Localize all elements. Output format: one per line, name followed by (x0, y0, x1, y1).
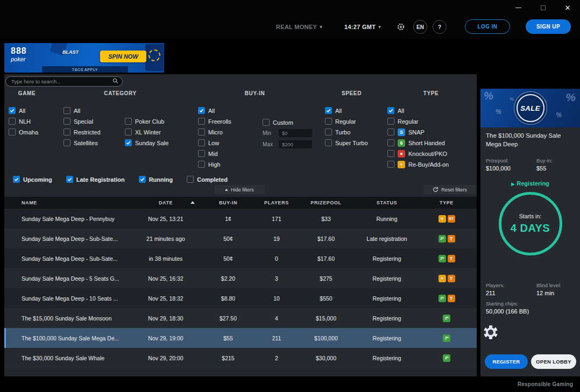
filter-option-omaha[interactable]: Omaha (9, 129, 38, 136)
checkbox[interactable] (263, 119, 270, 126)
filter-option-low[interactable]: Low (198, 139, 231, 146)
checkbox[interactable] (187, 176, 194, 183)
status-filter-upcoming[interactable]: Upcoming (13, 176, 52, 183)
filter-option-super-turbo[interactable]: Super Turbo (325, 139, 368, 146)
checkbox[interactable] (125, 129, 132, 136)
open-lobby-button[interactable]: OPEN LOBBY (531, 354, 576, 369)
tournament-row[interactable]: The $15,000 Sunday Sale MonsoonNov 29, 1… (4, 308, 477, 328)
help-button[interactable]: ? (433, 20, 447, 34)
column-header-type[interactable]: TYPE (416, 197, 477, 209)
filter-option-special[interactable]: Special (63, 118, 101, 125)
checkbox[interactable] (198, 118, 205, 125)
checkbox[interactable] (387, 107, 394, 114)
column-header-prizepool[interactable]: PRIZEPOOL (295, 197, 357, 209)
checkbox[interactable] (198, 161, 205, 168)
column-header-buy-in[interactable]: BUY-IN (198, 197, 258, 209)
column-header-date[interactable]: DATE (133, 197, 198, 209)
status-filter-late-registration[interactable]: Late Registration (66, 176, 125, 183)
checkbox[interactable] (13, 176, 20, 183)
filter-option-label: NLH (19, 118, 31, 125)
column-header-status[interactable]: STATUS (357, 197, 416, 209)
filter-option-regular[interactable]: Regular (325, 118, 368, 125)
real-money-dropdown[interactable]: REAL MONEY ▾ (276, 15, 322, 39)
filter-option-re-buy-add-on[interactable]: +Re-Buy/Add-on (387, 161, 449, 168)
tournament-row[interactable]: The $100,000 Sunday Sale Mega De...Nov 2… (4, 328, 477, 348)
checkbox[interactable] (325, 107, 332, 114)
status-filter-completed[interactable]: Completed (187, 176, 228, 183)
filter-option-all[interactable]: All (63, 107, 101, 114)
register-button[interactable]: REGISTER (485, 354, 528, 369)
filter-option-nlh[interactable]: NLH (9, 118, 38, 125)
checkbox[interactable] (9, 107, 16, 114)
spin-now-button[interactable]: SPIN NOW (100, 51, 146, 62)
filter-option-high[interactable]: High (198, 161, 231, 168)
tournament-row[interactable]: Sunday Sale Mega Deep - PennybuyNov 25, … (4, 209, 477, 229)
responsible-gaming-link[interactable]: Responsible Gaming (518, 381, 573, 387)
filter-option-sunday-sale[interactable]: Sunday Sale (125, 139, 168, 146)
filter-option-all[interactable]: All (9, 107, 38, 114)
checkbox[interactable] (125, 139, 132, 146)
search-input[interactable] (5, 76, 123, 87)
time-dropdown[interactable]: 14:27 GMT ▾ (344, 15, 381, 39)
minimize-button[interactable] (506, 0, 531, 15)
filter-option-all[interactable]: All (387, 107, 449, 114)
checkbox[interactable] (325, 139, 332, 146)
column-header-players[interactable]: PLAYERS (258, 197, 295, 209)
close-button[interactable]: ✕ (555, 0, 580, 15)
checkbox[interactable] (66, 176, 73, 183)
max-buyin-input[interactable] (279, 140, 312, 148)
checkbox[interactable] (387, 161, 394, 168)
checkbox[interactable] (198, 139, 205, 146)
maximize-button[interactable] (531, 0, 555, 15)
checkbox[interactable] (198, 107, 205, 114)
signup-button[interactable]: SIGN UP (526, 19, 571, 34)
hide-filters-button[interactable]: Hide filters (214, 185, 265, 194)
checkbox[interactable] (63, 129, 70, 136)
checkbox[interactable] (9, 129, 16, 136)
filter-option-regular[interactable]: Regular (387, 118, 449, 125)
filter-option-poker-club[interactable]: Poker Club (125, 118, 168, 125)
checkbox[interactable] (387, 150, 394, 157)
language-button[interactable]: EN (413, 20, 427, 34)
status-filter-running[interactable]: Running (139, 176, 173, 183)
filter-option-xl-winter[interactable]: XL Winter (125, 129, 168, 136)
filter-option-turbo[interactable]: Turbo (325, 129, 368, 136)
checkbox[interactable] (387, 129, 394, 136)
checkbox[interactable] (63, 139, 70, 146)
tournament-row[interactable]: Sunday Sale Mega Deep - 10 Seats ...Nov … (4, 288, 477, 308)
filter-option-mid[interactable]: Mid (198, 150, 231, 157)
checkbox[interactable] (325, 118, 332, 125)
filter-option-restricted[interactable]: Restricted (63, 129, 101, 136)
checkbox[interactable] (125, 118, 132, 125)
checkbox[interactable] (198, 150, 205, 157)
tournament-row[interactable]: Sunday Sale Mega Deep - Sub-Sate...21 mi… (4, 229, 477, 248)
checkbox[interactable] (63, 107, 70, 114)
min-buyin-input[interactable] (279, 129, 312, 137)
filter-option-micro[interactable]: Micro (198, 129, 231, 136)
reset-filters-button[interactable]: Reset filters (424, 185, 476, 194)
tournament-row[interactable]: Sunday Sale Mega Deep - Sub-Sate...in 38… (4, 248, 477, 268)
filter-option-all[interactable]: All (325, 107, 368, 114)
settings-gear-icon[interactable] (397, 15, 405, 39)
filter-option-custom[interactable]: Custom (263, 119, 312, 126)
filter-option-short-handed[interactable]: 6Short Handed (387, 139, 449, 146)
checkbox[interactable] (9, 118, 16, 125)
filter-option-knockout-pko[interactable]: ●Knockout/PKO (387, 150, 449, 157)
checkbox[interactable] (387, 139, 394, 146)
filter-option-satellites[interactable]: Satellites (63, 139, 101, 146)
maximize-icon (541, 5, 546, 10)
login-button[interactable]: LOG IN (465, 19, 510, 34)
checkbox[interactable] (63, 118, 70, 125)
checkbox[interactable] (139, 176, 146, 183)
filter-option-label: Re-Buy/Add-on (408, 161, 449, 168)
checkbox[interactable] (387, 118, 394, 125)
filter-option-all[interactable]: All (198, 107, 231, 114)
filter-option-snap[interactable]: SSNAP (387, 129, 449, 136)
promo-banner[interactable]: 888 poker BLAST SPIN NOW T&CS APPLY (4, 43, 164, 73)
tournament-row[interactable]: The $30,000 Sunday Sale WhaleNov 29, 20:… (4, 348, 477, 368)
column-header-name[interactable]: NAME (4, 197, 133, 209)
checkbox[interactable] (325, 129, 332, 136)
tournament-row[interactable]: Sunday Sale Mega Deep - 5 Seats G...Nov … (4, 268, 477, 288)
filter-option-freerolls[interactable]: Freerolls (198, 118, 231, 125)
checkbox[interactable] (198, 129, 205, 136)
